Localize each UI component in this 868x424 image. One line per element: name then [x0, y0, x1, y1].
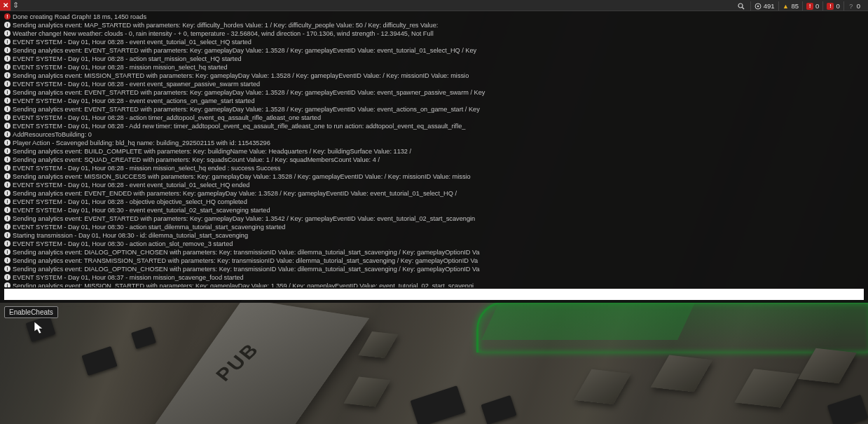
log-line: iEVENT SYSTEM - Day 01, Hour 08:28 - mis… [4, 164, 868, 172]
log-line: iPlayer Action - Scavenged building: bld… [4, 139, 868, 147]
log-text: EVENT SYSTEM - Day 01, Hour 08:28 - even… [13, 38, 252, 46]
info-bubble-icon [755, 3, 762, 10]
log-line: iEVENT SYSTEM - Day 01, Hour 08:30 - act… [4, 240, 868, 248]
building-pub[interactable]: PUB [135, 299, 369, 424]
log-text: Player Action - Scavenged building: bld_… [13, 139, 270, 147]
log-text: EVENT SYSTEM - Day 01, Hour 08:30 - acti… [13, 223, 285, 231]
status-info-count: 491 [764, 2, 775, 10]
status-help[interactable]: ? 0 [843, 1, 864, 11]
log-line: iEVENT SYSTEM - Day 01, Hour 08:37 - mis… [4, 273, 868, 282]
log-line: iEVENT SYSTEM - Day 01, Hour 08:28 - act… [4, 114, 868, 122]
warning-icon: ▲ [783, 3, 790, 10]
info-icon: i [4, 240, 11, 247]
info-icon: i [4, 156, 11, 163]
debris-shed [358, 331, 398, 358]
info-icon: i [4, 182, 11, 188]
info-icon: i [4, 64, 11, 70]
info-icon: i [4, 106, 11, 112]
info-icon: i [4, 266, 11, 272]
status-warning-count: 85 [792, 2, 799, 10]
log-line: iSending analytics event: MISSION_STARTE… [4, 71, 868, 80]
log-line: iSending analytics event: BUILD_COMPLETE… [4, 147, 868, 156]
svg-point-3 [757, 5, 759, 7]
info-icon: i [4, 198, 11, 205]
info-icon: i [4, 190, 11, 196]
info-icon: i [4, 131, 11, 137]
info-icon: i [4, 47, 11, 53]
debris-shed [798, 348, 857, 384]
info-icon: i [4, 207, 11, 213]
info-icon: i [4, 89, 11, 95]
status-info[interactable]: 491 [750, 1, 778, 11]
status-error-b-count: 0 [836, 2, 839, 10]
log-line: iEVENT SYSTEM - Day 01, Hour 08:28 - eve… [4, 97, 868, 105]
log-line: iSending analytics event: MISSION_STARTE… [4, 282, 868, 287]
info-icon: i [4, 173, 11, 179]
status-help-count: 0 [857, 2, 860, 10]
status-errors-b[interactable]: ! 0 [822, 1, 843, 11]
log-line: !Done creating Road Graph! 18 ms, 1450 r… [4, 13, 868, 21]
log-text: Weather change! New weather: clouds - 0,… [13, 29, 434, 38]
log-line: iSending analytics event: EVENT_STARTED … [4, 214, 868, 223]
rubble [81, 346, 117, 376]
log-text: Sending analytics event: EVENT_ENDED wit… [13, 189, 457, 198]
log-text: Sending analytics event: BUILD_COMPLETE … [13, 147, 411, 156]
log-text: Sending analytics event: DIALOG_OPTION_C… [13, 248, 480, 257]
log-line: iSending analytics event: EVENT_STARTED … [4, 105, 868, 114]
console-expand-button[interactable]: ⇕ [11, 0, 20, 11]
log-text: Sending analytics event: EVENT_STARTED w… [13, 88, 485, 97]
status-error-a-count: 0 [815, 2, 819, 10]
log-text: Done creating Road Graph! 18 ms, 1450 ro… [13, 13, 146, 21]
build-zone-outline [476, 301, 868, 353]
info-icon: i [4, 282, 11, 287]
info-icon: i [4, 97, 11, 104]
log-line: iSending analytics event: DIALOG_OPTION_… [4, 248, 868, 257]
log-text: Sending analytics event: MISSION_STARTED… [13, 282, 474, 287]
svg-point-0 [738, 4, 743, 8]
search-button[interactable] [734, 1, 750, 11]
log-text: EVENT SYSTEM - Day 01, Hour 08:28 - miss… [13, 164, 280, 172]
log-text: EVENT SYSTEM - Day 01, Hour 08:28 - even… [13, 80, 260, 88]
building-sign: PUB [211, 339, 264, 385]
log-text: Sending analytics event: EVENT_STARTED w… [13, 46, 476, 55]
log-text: Sending analytics event: MISSION_SUCCESS… [13, 172, 471, 181]
log-text: Sending analytics event: TRANSMISSION_ST… [13, 257, 478, 265]
info-icon: i [4, 215, 11, 221]
log-text: Sending analytics event: EVENT_STARTED w… [13, 105, 480, 114]
console-close-button[interactable]: ✕ [0, 0, 11, 11]
console-log[interactable]: !Done creating Road Graph! 18 ms, 1450 r… [0, 11, 868, 287]
error-icon: ! [806, 3, 813, 10]
debris-shed [343, 376, 390, 406]
info-icon: i [4, 148, 11, 154]
log-line: iSending analytics event: TRANSMISSION_S… [4, 257, 868, 265]
question-icon: ? [848, 3, 855, 10]
info-icon: i [4, 123, 11, 129]
log-text: Sending analytics event: MISSION_STARTED… [13, 71, 469, 80]
info-icon: i [4, 81, 11, 87]
log-text: EVENT SYSTEM - Day 01, Hour 08:37 - miss… [13, 273, 244, 282]
info-icon: i [4, 114, 11, 121]
svg-line-1 [742, 7, 744, 9]
log-line: iSending analytics event: EVENT_STARTED … [4, 88, 868, 97]
info-icon: i [4, 30, 11, 36]
log-line: iEVENT SYSTEM - Day 01, Hour 08:28 - eve… [4, 80, 868, 88]
log-text: Sending analytics event: MAP_STARTED wit… [13, 21, 438, 29]
info-icon: i [4, 39, 11, 45]
log-line: iAddResourcesToBuilding: 0 [4, 130, 868, 139]
log-line: iSending analytics event: MAP_STARTED wi… [4, 21, 868, 29]
status-warnings[interactable]: ▲ 85 [778, 1, 803, 11]
status-errors-a[interactable]: ! 0 [802, 1, 822, 11]
log-line: iSending analytics event: EVENT_STARTED … [4, 46, 868, 55]
rubble [411, 385, 466, 424]
autocomplete-tooltip[interactable]: EnableCheats [4, 306, 58, 318]
log-line: iSending analytics event: DIALOG_OPTION_… [4, 265, 868, 273]
console-input[interactable] [4, 289, 864, 300]
log-line: iStarting transmission - Day 01, Hour 08… [4, 231, 868, 240]
debris-shed [574, 369, 631, 404]
debris-shed [651, 355, 713, 392]
log-text: EVENT SYSTEM - Day 01, Hour 08:28 - acti… [13, 114, 321, 122]
log-text: EVENT SYSTEM - Day 01, Hour 08:30 - acti… [13, 240, 233, 248]
info-icon: i [4, 274, 11, 280]
log-text: Sending analytics event: EVENT_STARTED w… [13, 214, 475, 223]
log-text: Sending analytics event: DIALOG_OPTION_C… [13, 265, 480, 273]
